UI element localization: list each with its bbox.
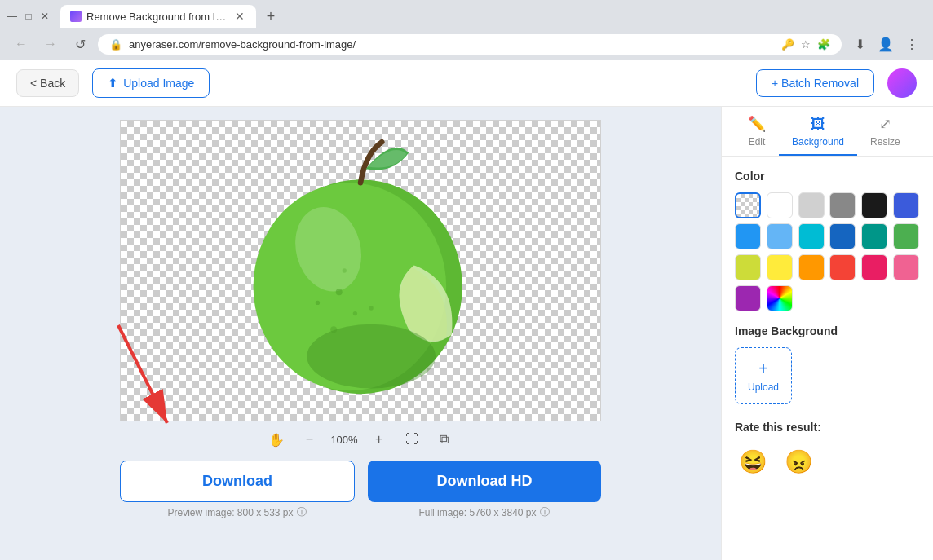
tab-title: Remove Background from Ima... xyxy=(86,11,228,23)
color-swatch-light-gray[interactable] xyxy=(798,192,825,218)
image-background-section: Image Background + Upload xyxy=(735,324,920,404)
preview-info-icon[interactable]: ⓘ xyxy=(297,505,307,519)
minimize-button[interactable]: — xyxy=(7,11,18,22)
extensions-icon[interactable]: 🧩 xyxy=(817,38,830,51)
download-button[interactable]: Download xyxy=(120,461,355,502)
image-upload-box[interactable]: + Upload xyxy=(735,347,792,404)
color-swatch-teal-3[interactable] xyxy=(861,223,887,249)
split-view-button[interactable]: ⧉ xyxy=(433,428,456,451)
svg-point-10 xyxy=(343,268,347,272)
color-swatch-blue-2[interactable] xyxy=(735,223,761,249)
title-bar: — □ ✕ Remove Background from Ima... ✕ + xyxy=(0,0,933,28)
color-swatch-orange[interactable] xyxy=(798,254,825,280)
apple-image xyxy=(121,121,600,421)
profile-button[interactable]: 👤 xyxy=(874,33,897,55)
browser-chrome: — □ ✕ Remove Background from Ima... ✕ + … xyxy=(0,0,933,60)
tab-bar: Remove Background from Ima... ✕ + xyxy=(60,5,282,28)
canvas-controls: ✋ − 100% + ⛶ ⧉ xyxy=(265,428,455,451)
color-swatch-transparent[interactable] xyxy=(735,192,761,218)
color-swatch-blue-1[interactable] xyxy=(893,192,919,218)
color-swatch-purple[interactable] xyxy=(735,285,761,311)
fullscreen-button[interactable]: ⛶ xyxy=(400,428,423,451)
full-info: Full image: 5760 x 3840 px ⓘ xyxy=(367,505,601,519)
svg-point-6 xyxy=(353,311,357,315)
address-bar: ← → ↺ 🔒 anyeraser.com/remove-background-… xyxy=(0,28,933,60)
tab-background[interactable]: 🖼 Background xyxy=(779,108,857,156)
url-bar[interactable]: 🔒 anyeraser.com/remove-background-from-i… xyxy=(98,34,842,55)
forward-nav-button[interactable]: → xyxy=(39,33,62,55)
preview-info: Preview image: 800 x 533 px ⓘ xyxy=(120,505,354,519)
background-icon: 🖼 xyxy=(811,116,825,133)
happy-rating-button[interactable]: 😆 xyxy=(735,443,771,479)
svg-point-4 xyxy=(307,324,436,389)
tab-close-button[interactable]: ✕ xyxy=(233,10,246,23)
svg-point-9 xyxy=(316,301,320,305)
new-tab-button[interactable]: + xyxy=(259,5,282,28)
zoom-in-button[interactable]: + xyxy=(368,428,391,451)
upload-icon: ⬆ xyxy=(108,76,118,90)
color-swatch-black[interactable] xyxy=(861,192,887,218)
color-swatch-yellow-green[interactable] xyxy=(735,254,761,280)
active-tab[interactable]: Remove Background from Ima... ✕ xyxy=(60,5,256,28)
zoom-level: 100% xyxy=(330,434,357,446)
color-swatch-yellow[interactable] xyxy=(767,254,793,280)
color-section: Color xyxy=(735,170,920,311)
download-buttons: Download Download HD xyxy=(120,461,601,502)
back-button[interactable]: < Back xyxy=(16,69,79,97)
color-swatch-gray[interactable] xyxy=(829,192,856,218)
batch-removal-button[interactable]: + Batch Removal xyxy=(756,69,874,97)
app-toolbar: < Back ⬆ Upload Image + Batch Removal xyxy=(0,60,933,107)
url-action-icons: 🔑 ☆ 🧩 xyxy=(781,38,830,51)
image-background-title: Image Background xyxy=(735,324,920,337)
tab-edit[interactable]: ✏️ Edit xyxy=(735,107,779,156)
rating-title: Rate this result: xyxy=(735,421,920,434)
color-swatch-white[interactable] xyxy=(767,192,793,218)
menu-button[interactable]: ⋮ xyxy=(900,33,923,55)
full-info-icon[interactable]: ⓘ xyxy=(540,505,550,519)
angry-rating-button[interactable]: 😠 xyxy=(780,443,816,479)
color-swatch-pink-2[interactable] xyxy=(893,254,919,280)
panel-tabs: ✏️ Edit 🖼 Background ⤢ Resize xyxy=(722,107,933,157)
panel-content: Color xyxy=(722,157,933,560)
download-area: Download Download HD Preview image: 800 … xyxy=(120,461,601,519)
app-content: < Back ⬆ Upload Image + Batch Removal xyxy=(0,60,933,560)
refresh-button[interactable]: ↺ xyxy=(69,33,91,55)
color-swatch-teal-1[interactable] xyxy=(798,223,825,249)
color-swatch-gradient[interactable] xyxy=(767,285,793,311)
browser-actions: ⬇ 👤 ⋮ xyxy=(848,33,923,55)
edit-icon: ✏️ xyxy=(748,115,766,133)
color-swatch-pink-1[interactable] xyxy=(861,254,887,280)
color-section-title: Color xyxy=(735,170,920,183)
main-area: ✋ − 100% + ⛶ ⧉ Download Download HD Prev… xyxy=(0,107,933,560)
svg-point-7 xyxy=(330,326,337,333)
bookmark-icon[interactable]: ☆ xyxy=(801,38,811,51)
back-nav-button[interactable]: ← xyxy=(10,33,33,55)
pan-tool-button[interactable]: ✋ xyxy=(265,428,288,451)
rating-emojis: 😆 😠 xyxy=(735,443,920,479)
download-hd-button[interactable]: Download HD xyxy=(368,461,601,502)
close-button[interactable]: ✕ xyxy=(39,11,51,22)
color-swatch-teal-2[interactable] xyxy=(829,223,856,249)
plus-icon: + xyxy=(758,359,768,378)
user-avatar[interactable] xyxy=(887,68,917,98)
svg-point-8 xyxy=(369,306,374,310)
upload-image-button[interactable]: ⬆ Upload Image xyxy=(92,68,210,98)
download-manager-button[interactable]: ⬇ xyxy=(848,33,871,55)
right-panel: ✏️ Edit 🖼 Background ⤢ Resize Color xyxy=(721,107,933,560)
color-swatch-green[interactable] xyxy=(893,223,919,249)
resize-icon: ⤢ xyxy=(879,115,891,133)
download-labels: Preview image: 800 x 533 px ⓘ Full image… xyxy=(120,505,601,519)
color-swatch-red[interactable] xyxy=(829,254,856,280)
color-swatch-light-blue[interactable] xyxy=(767,223,793,249)
zoom-out-button[interactable]: − xyxy=(298,428,321,451)
rating-section: Rate this result: 😆 😠 xyxy=(735,421,920,479)
url-text: anyeraser.com/remove-background-from-ima… xyxy=(129,38,775,51)
tab-favicon xyxy=(70,11,82,22)
password-icon[interactable]: 🔑 xyxy=(781,38,794,51)
image-canvas xyxy=(120,120,601,421)
canvas-area: ✋ − 100% + ⛶ ⧉ Download Download HD Prev… xyxy=(0,107,721,560)
color-grid xyxy=(735,192,920,311)
maximize-button[interactable]: □ xyxy=(23,11,34,22)
tab-resize[interactable]: ⤢ Resize xyxy=(857,107,913,156)
svg-point-5 xyxy=(336,289,343,295)
